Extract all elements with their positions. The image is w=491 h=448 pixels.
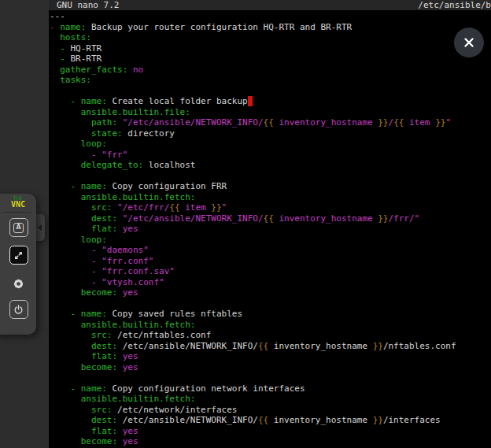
x-icon <box>463 36 475 49</box>
code-line: flat: yes <box>50 351 491 362</box>
diagonal-arrows-icon <box>13 250 24 261</box>
code-line: become: yes <box>50 436 491 447</box>
code-line: ansible.builtin.fetch: <box>50 192 491 203</box>
novnc-logo: no VNC <box>0 195 36 208</box>
close-button[interactable] <box>454 28 484 57</box>
code-line: dest: "/etc/ansible/NETWORK_INFO/{{ inve… <box>50 213 491 224</box>
code-line <box>50 298 491 309</box>
code-line: become: yes <box>50 362 491 373</box>
nano-file-path: /etc/ansible/b <box>418 0 491 10</box>
a-keycap-icon: A <box>13 223 24 233</box>
code-line <box>50 86 491 97</box>
code-line <box>50 372 491 383</box>
code-line: ansible.builtin.fetch: <box>50 320 491 331</box>
code-line: dest: /etc/ansible/NETWORK_INFO/{{ inven… <box>50 341 491 352</box>
code-line: - BR-RTR <box>50 54 491 65</box>
code-line: loop: <box>50 235 491 246</box>
code-line: - name: Copy saved rules nftables <box>50 309 491 320</box>
code-line: flat: yes <box>50 426 491 437</box>
code-line: ansible.builtin.file: <box>50 107 491 118</box>
gear-icon <box>10 276 27 292</box>
fullscreen-button[interactable] <box>9 246 28 265</box>
code-line: - name: Create local folder backup <box>50 96 491 107</box>
vnc-sidebar: no VNC A <box>0 0 49 448</box>
novnc-control-bar: no VNC A <box>0 194 36 335</box>
code-line: - name: Backup your router configuration… <box>50 22 491 33</box>
code-line: hosts: <box>50 32 491 43</box>
code-line: src: /etc/nftables.conf <box>50 330 491 341</box>
power-icon <box>13 304 24 316</box>
code-line: - "frr" <box>50 150 491 161</box>
settings-button[interactable] <box>9 274 28 293</box>
code-line: become: yes <box>50 287 491 298</box>
editor-content[interactable]: ---- name: Backup your router configurat… <box>50 11 491 448</box>
code-line: - HQ-RTR <box>50 43 491 54</box>
code-line: ansible.builtin.fetch: <box>50 394 491 405</box>
code-line: path: "/etc/ansible/NETWORK_INFO/{{ inve… <box>50 117 491 128</box>
code-line: gather_facts: no <box>50 65 491 76</box>
code-line: tasks: <box>50 75 491 86</box>
code-line: state: directory <box>50 128 491 139</box>
code-line: - "frr.conf" <box>50 256 491 267</box>
code-line: - "vtysh.conf" <box>50 277 491 288</box>
code-line: flat: yes <box>50 224 491 235</box>
nano-titlebar: GNU nano 7.2 /etc/ansible/b <box>49 0 491 10</box>
code-line: delegate_to: localhost <box>50 160 491 171</box>
keyboard-button[interactable]: A <box>9 218 28 237</box>
left-arrow-icon <box>38 224 42 231</box>
code-line: src: "/etc/frr/{{ item }}" <box>50 202 491 213</box>
code-line: --- <box>50 11 491 22</box>
code-line: - name: Copy configuration FRR <box>50 181 491 192</box>
code-line <box>50 171 491 182</box>
code-line: - "frr.conf.sav" <box>50 266 491 277</box>
logo-text-vnc: VNC <box>0 202 36 208</box>
code-line: - "daemons" <box>50 245 491 256</box>
code-line: dest: /etc/ansible/NETWORK_INFO/{{ inven… <box>50 415 491 426</box>
code-line: loop: <box>50 139 491 150</box>
logo-divider <box>3 212 31 213</box>
code-line: src: /etc/network/interfaces <box>50 405 491 416</box>
code-line: - name: Copy configuration network inter… <box>50 383 491 394</box>
nano-app-title: GNU nano 7.2 <box>57 0 119 10</box>
disconnect-button[interactable] <box>9 300 28 319</box>
